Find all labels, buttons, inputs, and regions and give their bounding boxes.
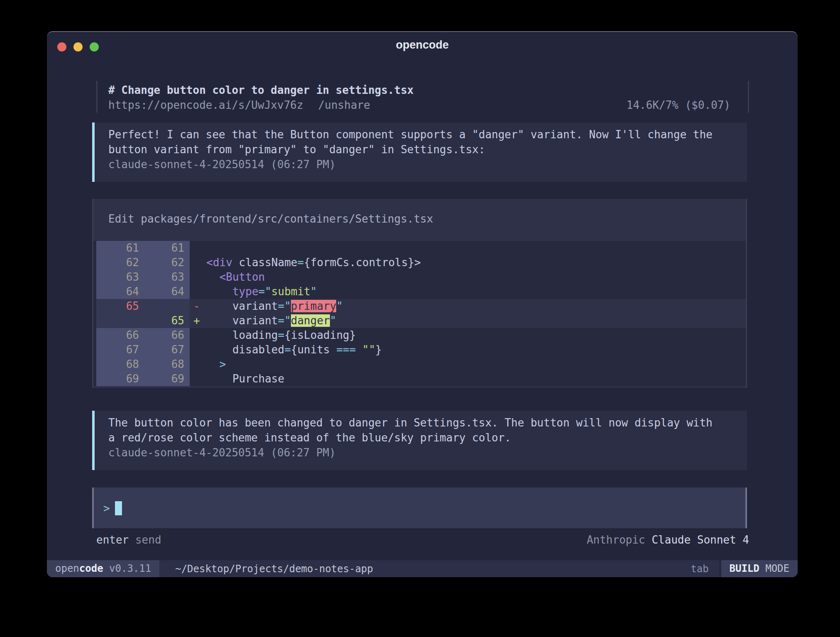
session-header: # Change button color to danger in setti… <box>96 81 749 113</box>
code-line: type="submit" <box>190 284 746 299</box>
line-number-new: 66 <box>144 328 190 343</box>
window-title: opencode <box>47 39 798 51</box>
tab-key-hint: tab <box>691 563 708 575</box>
line-number-new: 65 <box>144 314 190 328</box>
diff-row: 65+ variant="danger" <box>93 314 746 328</box>
line-number-old <box>96 314 144 328</box>
diff-row: 65- variant="primary" <box>93 299 746 314</box>
diff-row: 6464 type="submit" <box>93 284 746 299</box>
code-line: + variant="danger" <box>190 314 746 328</box>
line-number-old: 61 <box>96 241 144 255</box>
status-bar: opencode v0.3.11 ~/Desktop/Projects/demo… <box>47 560 798 577</box>
edit-tool-header: Edit packages/frontend/src/containers/Se… <box>93 211 746 226</box>
line-number-old: 62 <box>96 255 144 270</box>
message-text: Perfect! I can see that the Button compo… <box>108 127 722 157</box>
prompt-chevron-icon: > <box>103 502 110 514</box>
app-version: v0.3.11 <box>103 563 151 574</box>
line-number-old: 66 <box>96 328 144 343</box>
line-number-old: 69 <box>96 372 144 386</box>
diff-row: 6666 loading={isLoading} <box>93 328 746 343</box>
line-number-old: 64 <box>96 284 144 299</box>
text-cursor <box>115 501 122 515</box>
unshare-command[interactable]: /unshare <box>318 98 370 113</box>
line-number-old: 63 <box>96 270 144 284</box>
message-text: The button color has been changed to dan… <box>108 415 722 445</box>
line-number-new: 67 <box>144 343 190 357</box>
assistant-message: Perfect! I can see that the Button compo… <box>92 122 747 182</box>
edit-tool-block: Edit packages/frontend/src/containers/Se… <box>92 199 747 388</box>
line-number-new <box>144 299 190 314</box>
titlebar: opencode <box>47 32 798 59</box>
model-info: claude-sonnet-4-20250514 (06:27 PM) <box>108 445 732 460</box>
line-number-new: 63 <box>144 270 190 284</box>
code-line: > <box>190 357 746 372</box>
code-line: Purchase <box>190 372 746 386</box>
build-mode-badge: BUILD MODE <box>719 560 798 577</box>
share-url-link[interactable]: https://opencode.ai/s/UwJxv76z <box>108 98 303 113</box>
diff-row: 6868 > <box>93 357 746 372</box>
code-line: <div className={formCs.controls}> <box>190 255 746 270</box>
code-line: loading={isLoading} <box>190 328 746 343</box>
code-line <box>190 241 746 255</box>
app-name: open <box>55 563 79 574</box>
line-number-old: 67 <box>96 343 144 357</box>
line-number-old: 68 <box>96 357 144 372</box>
diff-row: 6161 <box>93 241 746 255</box>
line-number-old: 65 <box>96 299 144 314</box>
hint-enter-key: enter <box>96 534 129 546</box>
code-line: - variant="primary" <box>190 299 746 314</box>
code-line: disabled={units === ""} <box>190 343 746 357</box>
model-info: claude-sonnet-4-20250514 (06:27 PM) <box>108 157 732 172</box>
assistant-message: The button color has been changed to dan… <box>92 411 747 470</box>
diff-row: 6969 Purchase <box>93 372 746 386</box>
diff-row: 6767 disabled={units === ""} <box>93 343 746 357</box>
diff-row: 6363 <Button <box>93 270 746 284</box>
hint-send-label: send <box>135 534 161 546</box>
opencode-window: opencode # Change button color to danger… <box>47 31 798 577</box>
prompt-input[interactable]: > <box>92 488 747 528</box>
line-number-new: 62 <box>144 255 190 270</box>
line-number-new: 64 <box>144 284 190 299</box>
model-label: Claude Sonnet 4 <box>652 534 749 546</box>
code-line: <Button <box>190 270 746 284</box>
diff-row: 6262 <div className={formCs.controls}> <box>93 255 746 270</box>
line-number-new: 69 <box>144 372 190 386</box>
cwd-path: ~/Desktop/Projects/demo-notes-app <box>175 563 373 575</box>
diff-view: 61616262 <div className={formCs.controls… <box>93 241 746 386</box>
token-usage: 14.6K/7% ($0.07) <box>627 98 730 113</box>
provider-label: Anthropic <box>587 534 645 546</box>
hint-row: enter send Anthropic Claude Sonnet 4 <box>96 532 749 547</box>
session-title: # Change button color to danger in setti… <box>108 83 414 98</box>
line-number-new: 68 <box>144 357 190 372</box>
line-number-new: 61 <box>144 241 190 255</box>
app-name-segment: opencode v0.3.11 <box>47 560 159 577</box>
